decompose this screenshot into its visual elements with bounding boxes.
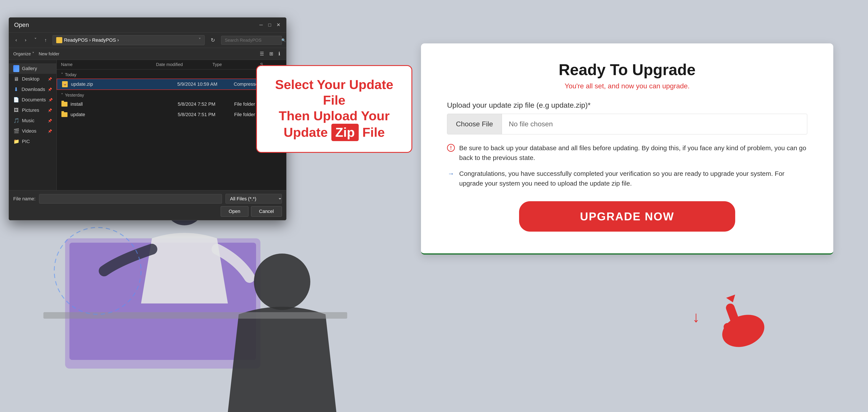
file-upload-row: Choose File No file chosen: [447, 114, 807, 135]
forward-button[interactable]: ›: [23, 36, 28, 44]
filename-row: File name: All Files (*.*): [13, 194, 282, 204]
chevron-down-yesterday-icon: ˅: [61, 92, 63, 98]
instruction-callout: Select Your Update File Then Upload Your…: [256, 65, 412, 153]
music-icon: 🎵: [13, 118, 19, 124]
folder-icon: [56, 37, 62, 43]
info-button[interactable]: ℹ: [277, 50, 282, 58]
zip-file-icon: 📦: [61, 81, 68, 87]
file-row-update[interactable]: update 5/8/2024 7:51 PM File folder: [57, 109, 286, 120]
down-arrow-icon: ↓: [692, 308, 700, 326]
down-button[interactable]: ˅: [32, 36, 39, 44]
documents-icon: 📄: [13, 97, 19, 103]
file-date-update: 5/8/2024 7:51 PM: [178, 112, 234, 117]
sidebar-label-videos: Videos: [22, 128, 36, 134]
pin-icon-documents: 📌: [49, 98, 53, 102]
actions-bar: Organize ˅ New folder ☰ ⊞ ℹ: [9, 48, 286, 60]
file-list-area: Name Date modified Type S ˅ Today 📦 upda…: [57, 60, 286, 190]
pin-icon-videos: 📌: [48, 129, 52, 133]
callout-line1: Select Your Update File: [270, 77, 398, 108]
callout-zip-badge: Zip: [331, 124, 359, 141]
sidebar-label-documents: Documents: [22, 97, 46, 103]
dialog-footer: File name: All Files (*.*) Open Cancel: [9, 190, 286, 220]
cancel-button[interactable]: Cancel: [251, 206, 282, 217]
notice-backup: ! Be sure to back up your database and a…: [447, 143, 807, 163]
callout-line3-start: Update: [284, 125, 328, 140]
pin-icon-music: 📌: [48, 119, 52, 123]
footer-buttons: Open Cancel: [13, 206, 282, 217]
search-icon: 🔍: [281, 38, 286, 42]
file-date-updatezip: 5/9/2024 10:59 AM: [177, 81, 234, 87]
svg-marker-5: [726, 295, 737, 304]
details-view-button[interactable]: ⊞: [268, 50, 275, 58]
col-header-type: Type: [212, 62, 260, 67]
file-list-header: Name Date modified Type S: [57, 60, 286, 69]
pin-icon-desktop: 📌: [48, 77, 52, 81]
sidebar-label-music: Music: [22, 118, 34, 123]
pin-icon-downloads: 📌: [48, 87, 52, 92]
breadcrumb-text: ReadyPOS › ReadyPOS ›: [64, 37, 119, 43]
file-name-install: install: [70, 101, 178, 107]
upgrade-card-title: Ready To Upgrade: [447, 61, 807, 79]
upgrade-card-subtitle: You're all set, and now you can upgrade.: [447, 82, 807, 90]
yesterday-label: Yesterday: [65, 93, 84, 98]
sidebar-label-pictures: Pictures: [22, 108, 39, 113]
organize-button[interactable]: Organize ˅: [13, 51, 34, 56]
folder-icon-update: [61, 112, 68, 118]
maximize-button[interactable]: □: [267, 22, 272, 28]
notice-congrats: → Congratulations, you have successfully…: [447, 169, 807, 188]
sidebar-item-downloads[interactable]: ⬇ Downloads 📌: [9, 84, 56, 95]
file-name-update: update: [70, 112, 178, 117]
choose-file-button[interactable]: Choose File: [447, 114, 502, 134]
file-row-updatezip[interactable]: 📦 update.zip 5/9/2024 10:59 AM Compresse…: [57, 79, 286, 90]
chevron-down-today-icon: ˅: [61, 72, 63, 77]
search-bar: 🔍: [221, 36, 282, 45]
sidebar-label-pic: PIC: [22, 139, 30, 144]
sidebar-label-gallery: Gallery: [22, 66, 37, 71]
click-hand-icon: [702, 281, 778, 363]
sidebar-item-gallery[interactable]: Gallery: [9, 63, 56, 74]
notice-warning-icon: !: [447, 144, 455, 152]
filename-input[interactable]: [39, 194, 222, 204]
svg-point-9: [254, 254, 310, 310]
organize-label: Organize: [13, 52, 31, 56]
pictures-icon: 🖼: [13, 107, 19, 113]
filetype-select[interactable]: All Files (*.*): [225, 194, 282, 204]
dialog-body: Gallery 🖥 Desktop 📌 ⬇ Downloads 📌 📄 Docu…: [9, 60, 286, 190]
new-folder-button[interactable]: New folder: [39, 52, 59, 56]
col-header-name: Name: [61, 62, 156, 67]
videos-icon: 🎬: [13, 128, 19, 134]
dialog-titlebar: Open ─ □ ✕: [9, 18, 286, 33]
col-header-date: Date modified: [156, 62, 212, 67]
refresh-button[interactable]: ↻: [208, 35, 218, 45]
group-header-yesterday: ˅ Yesterday: [57, 90, 286, 99]
downloads-icon: ⬇: [13, 86, 19, 92]
file-row-install[interactable]: install 5/8/2024 7:52 PM File folder: [57, 99, 286, 109]
filename-label: File name:: [13, 196, 36, 202]
sidebar-item-pictures[interactable]: 🖼 Pictures 📌: [9, 105, 56, 116]
sidebar-item-videos[interactable]: 🎬 Videos 📌: [9, 126, 56, 136]
sidebar-item-desktop[interactable]: 🖥 Desktop 📌: [9, 74, 56, 84]
sidebar-item-music[interactable]: 🎵 Music 📌: [9, 116, 56, 126]
sidebar-label-desktop: Desktop: [22, 76, 39, 82]
notice-backup-text: Be sure to back up your database and all…: [459, 143, 807, 163]
close-button[interactable]: ✕: [276, 22, 281, 28]
back-button[interactable]: ‹: [13, 36, 19, 44]
search-input[interactable]: [225, 38, 280, 43]
pin-icon-pictures: 📌: [48, 108, 52, 113]
open-button[interactable]: Open: [221, 206, 248, 217]
no-file-text: No file chosen: [502, 114, 807, 134]
breadcrumb[interactable]: ReadyPOS › ReadyPOS › ˅: [53, 35, 205, 45]
minimize-button[interactable]: ─: [258, 22, 264, 28]
file-date-install: 5/8/2024 7:52 PM: [178, 101, 234, 107]
list-view-button[interactable]: ☰: [258, 50, 266, 58]
up-button[interactable]: ↑: [42, 36, 49, 44]
upgrade-card: Ready To Upgrade You're all set, and now…: [421, 43, 833, 255]
today-label: Today: [65, 72, 76, 77]
sidebar-item-documents[interactable]: 📄 Documents 📌: [9, 95, 56, 105]
organize-chevron-icon: ˅: [32, 51, 34, 56]
sidebar-item-pic[interactable]: 📁 PIC: [9, 136, 56, 147]
new-folder-label: New folder: [39, 52, 59, 56]
dialog-controls: ─ □ ✕: [258, 22, 281, 28]
group-header-today: ˅ Today: [57, 69, 286, 79]
upgrade-now-button[interactable]: UPGRADE NOW: [519, 201, 735, 232]
